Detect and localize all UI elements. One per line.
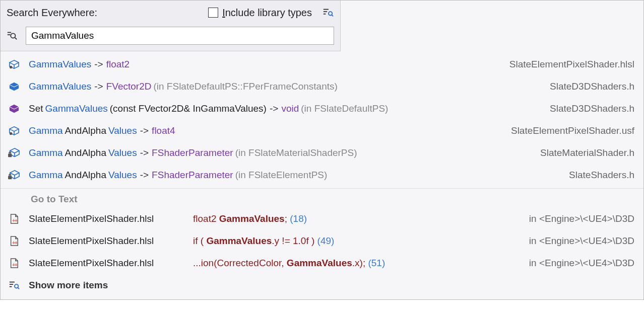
include-library-checkbox[interactable]: Include library types [208, 7, 312, 19]
file-icon: ++ [8, 213, 21, 225]
result-main: GammaValues -> float2 [29, 59, 501, 70]
result-main: GammaAndAlphaValues -> FShaderParameter … [29, 170, 561, 181]
go-to-text-header: Go to Text [1, 188, 643, 208]
box-solid-blue-icon [8, 81, 21, 93]
result-file: SlateMaterialShader.h [540, 147, 634, 158]
box-blue-icon [8, 125, 21, 137]
text-result-file: SlateElementPixelShader.hlsl [29, 258, 185, 269]
svg-text:+: + [15, 262, 18, 268]
result-main: GammaAndAlphaValues -> float4 [29, 125, 503, 136]
symbol-result-row[interactable]: GammaAndAlphaValues -> float4SlateElemen… [1, 120, 643, 142]
text-result-row[interactable]: ++SlateElementPixelShader.hlsl...ion(Cor… [1, 252, 643, 274]
results-list: GammaValues -> float2SlateElementPixelSh… [1, 51, 643, 299]
show-more-button[interactable]: Show more items [1, 274, 643, 297]
search-input[interactable] [26, 27, 334, 45]
result-main: SetGammaValues(const FVector2D& InGammaV… [29, 103, 542, 114]
search-icon [7, 30, 19, 42]
box-blue-icon [8, 58, 21, 70]
text-result-file: SlateElementPixelShader.hlsl [29, 213, 185, 224]
svg-line-23 [18, 288, 19, 289]
symbol-result-row[interactable]: SetGammaValues(const FVector2D& InGammaV… [1, 98, 643, 120]
result-file: SlateElementPixelShader.hlsl [509, 59, 634, 70]
symbol-result-row[interactable]: GammaAndAlphaValues -> FShaderParameter … [1, 142, 643, 164]
svg-point-9 [10, 66, 12, 68]
checkbox-icon [208, 8, 218, 18]
text-result-file: SlateElementPixelShader.hlsl [29, 235, 185, 247]
result-main: GammaAndAlphaValues -> FShaderParameter … [29, 147, 532, 158]
svg-line-8 [15, 38, 17, 40]
text-result-path: in <Engine>\<UE4>\D3D [529, 235, 634, 247]
result-file: SlateElementPixelShader.usf [511, 125, 634, 136]
result-file: SlateD3DShaders.h [550, 103, 634, 114]
box-blue-lock-icon [8, 169, 21, 181]
svg-line-4 [332, 15, 333, 17]
text-result-snippet: ...ion(CorrectedColor, GammaValues.x); (… [193, 258, 521, 269]
text-result-row[interactable]: ++SlateElementPixelShader.hlslfloat2 Gam… [1, 208, 643, 230]
svg-point-7 [11, 33, 15, 38]
svg-text:+: + [15, 240, 18, 246]
text-result-path: in <Engine>\<UE4>\D3D [529, 213, 634, 224]
result-file: SlateShaders.h [569, 170, 634, 181]
svg-rect-12 [8, 176, 12, 179]
symbol-result-row[interactable]: GammaValues -> float2SlateElementPixelSh… [1, 53, 643, 75]
filter-options-icon[interactable] [322, 7, 334, 19]
file-icon: ++ [8, 235, 21, 247]
search-everywhere-popup: Search Everywhere: Include library types [0, 0, 644, 300]
text-result-snippet: if ( GammaValues.y != 1.0f ) (49) [193, 235, 521, 247]
text-result-path: in <Engine>\<UE4>\D3D [529, 258, 634, 269]
show-more-icon [8, 279, 21, 291]
svg-point-3 [329, 12, 332, 15]
search-title: Search Everywhere: [7, 7, 198, 19]
svg-text:+: + [15, 218, 18, 223]
svg-rect-11 [8, 154, 12, 157]
box-blue-lock-icon [8, 147, 21, 159]
show-more-label: Show more items [29, 280, 108, 291]
text-result-snippet: float2 GammaValues; (18) [193, 213, 521, 224]
file-icon: ++ [8, 257, 21, 269]
symbol-result-row[interactable]: GammaAndAlphaValues -> FShaderParameter … [1, 164, 643, 186]
search-header: Search Everywhere: Include library types [1, 1, 341, 51]
symbol-result-row[interactable]: GammaValues -> FVector2D (in FSlateDefau… [1, 75, 643, 98]
svg-point-22 [15, 284, 18, 288]
result-file: SlateD3DShaders.h [550, 81, 634, 92]
svg-point-10 [10, 132, 12, 135]
result-main: GammaValues -> FVector2D (in FSlateDefau… [29, 81, 542, 92]
text-result-row[interactable]: ++SlateElementPixelShader.hlslif ( Gamma… [1, 230, 643, 252]
box-solid-purple-icon [8, 103, 21, 115]
